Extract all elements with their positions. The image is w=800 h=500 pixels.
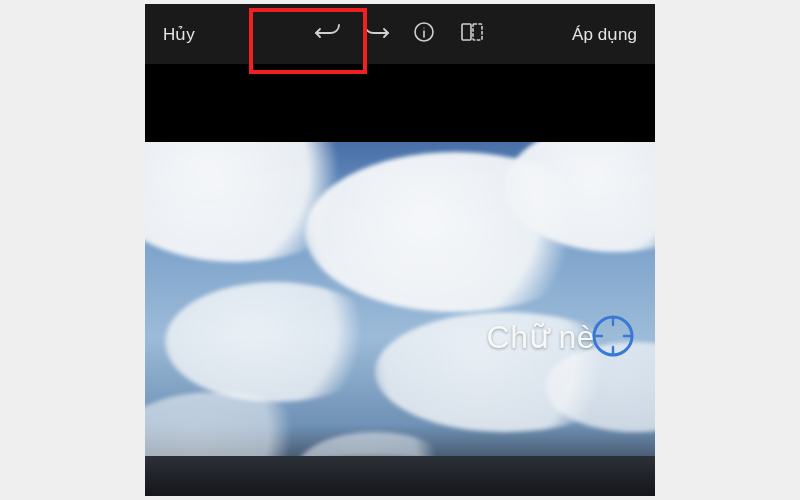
editor-panel: Hủy bbox=[145, 4, 655, 496]
split-compare-icon bbox=[459, 20, 485, 49]
text-overlay[interactable]: Chữ nè bbox=[487, 318, 595, 356]
redo-button[interactable] bbox=[356, 14, 396, 54]
apply-button[interactable]: Áp dụng bbox=[572, 4, 637, 64]
undo-icon bbox=[313, 20, 343, 49]
toolbar-substrip bbox=[145, 64, 655, 142]
reticle-icon bbox=[589, 312, 637, 360]
cancel-label: Hủy bbox=[163, 24, 195, 45]
compare-button[interactable] bbox=[452, 14, 492, 54]
undo-button[interactable] bbox=[308, 14, 348, 54]
info-icon bbox=[412, 20, 436, 49]
top-toolbar: Hủy bbox=[145, 4, 655, 64]
photo-canvas[interactable]: Chữ nè bbox=[145, 142, 655, 496]
cancel-button[interactable]: Hủy bbox=[163, 4, 195, 64]
redo-icon bbox=[361, 20, 391, 49]
svg-rect-3 bbox=[473, 24, 482, 40]
target-reticle[interactable] bbox=[589, 312, 637, 360]
apply-label: Áp dụng bbox=[572, 24, 637, 45]
svg-rect-2 bbox=[462, 24, 471, 40]
ground-strip bbox=[145, 456, 655, 496]
info-button[interactable] bbox=[404, 14, 444, 54]
cloud bbox=[165, 282, 385, 402]
svg-point-1 bbox=[423, 27, 424, 28]
